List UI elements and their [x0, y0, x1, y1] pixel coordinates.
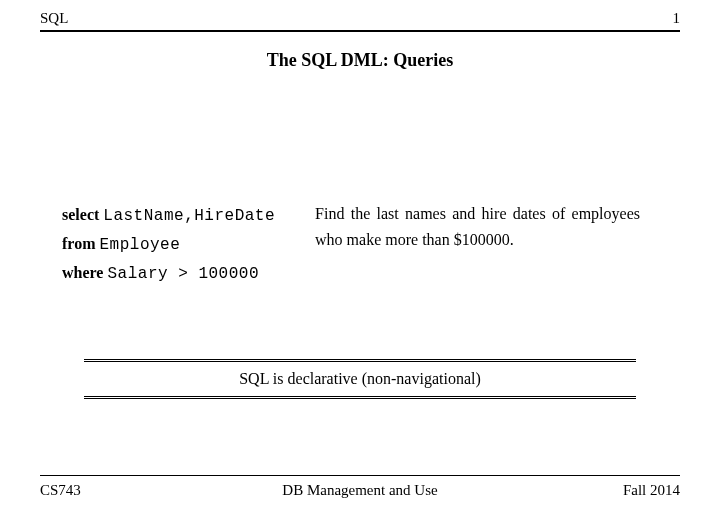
two-column-layout: select LastName,HireDate from Employee w…: [40, 201, 680, 289]
keyword-select: select: [62, 206, 99, 223]
footer-course-title: DB Management and Use: [282, 482, 437, 499]
slide-title: The SQL DML: Queries: [40, 50, 680, 71]
footer-row: CS743 DB Management and Use Fall 2014: [40, 476, 680, 509]
code-select-cols: LastName,HireDate: [103, 207, 275, 225]
code-from-table: Employee: [99, 236, 180, 254]
footer-area: CS743 DB Management and Use Fall 2014: [40, 467, 680, 509]
header-left: SQL: [40, 10, 68, 27]
query-line-select: select LastName,HireDate: [62, 201, 275, 230]
callout-text: SQL is declarative (non-navigational): [239, 370, 481, 387]
keyword-where: where: [62, 264, 103, 281]
code-where-cond: Salary > 100000: [107, 265, 259, 283]
content-area: select LastName,HireDate from Employee w…: [40, 71, 680, 467]
query-line-where: where Salary > 100000: [62, 259, 275, 288]
header-page-number: 1: [673, 10, 681, 27]
query-line-from: from Employee: [62, 230, 275, 259]
callout-box: SQL is declarative (non-navigational): [84, 359, 636, 399]
header-row: SQL 1: [40, 10, 680, 32]
footer-term: Fall 2014: [623, 482, 680, 499]
slide-page: SQL 1 The SQL DML: Queries select LastNa…: [0, 0, 720, 509]
footer-course-code: CS743: [40, 482, 81, 499]
query-description: Find the last names and hire dates of em…: [315, 201, 658, 289]
keyword-from: from: [62, 235, 95, 252]
sql-query-block: select LastName,HireDate from Employee w…: [62, 201, 275, 289]
